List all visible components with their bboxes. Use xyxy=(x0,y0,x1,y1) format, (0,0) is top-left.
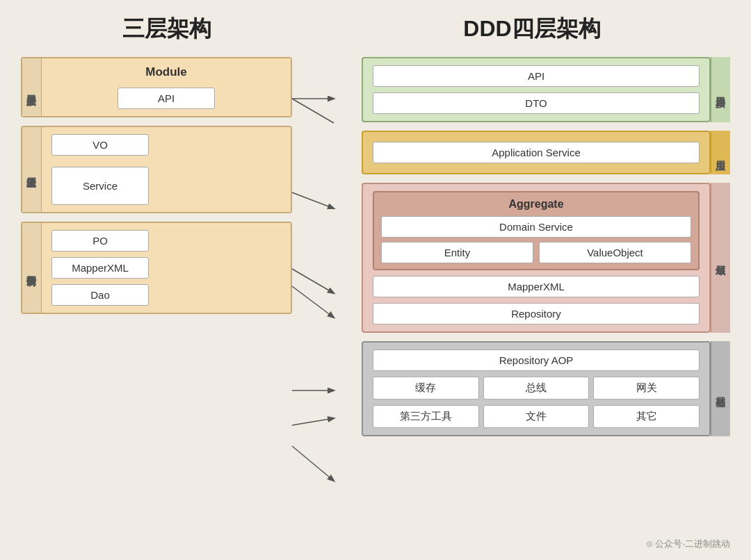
aggregate-box: Aggregate Domain Service Entity ValueObj… xyxy=(373,191,700,270)
right-title: DDD四层架构 xyxy=(463,16,600,41)
right-api-box: API xyxy=(373,65,700,87)
watermark: ⊙ 公众号·二进制跳动 xyxy=(646,538,730,550)
left-title: 三层架构 xyxy=(122,16,211,41)
right-dto-box: DTO xyxy=(373,92,700,114)
svg-line-4 xyxy=(292,286,334,318)
left-vo-box: VO xyxy=(51,134,149,156)
domain-service-box: Domain Service xyxy=(381,216,691,238)
connector-svg xyxy=(292,57,348,546)
valueobject-box: ValueObject xyxy=(539,242,691,263)
right-app-inner: Application Service xyxy=(362,131,711,174)
arrows-section xyxy=(292,57,348,546)
right-ui-label: 用户接口层 xyxy=(711,57,730,122)
svg-line-2 xyxy=(292,192,334,208)
left-data-inner: PO MapperXML Dao xyxy=(42,223,291,313)
right-infra-layer: Repository AOP 缓存 总线 网关 第三方工具 文件 其它 基础层 xyxy=(362,341,730,436)
module-title: Module xyxy=(145,65,187,79)
left-mapperxml-box: MapperXML xyxy=(51,257,149,279)
infra-row2: 第三方工具 文件 其它 xyxy=(373,405,700,428)
svg-line-3 xyxy=(292,269,334,293)
thirdparty-box: 第三方工具 xyxy=(373,405,479,428)
left-ui-label: 业务接口层 xyxy=(22,58,42,116)
main-container: 三层架构 DDD四层架构 业务接口层 Module API 业务逻辑层 VO xyxy=(0,0,751,560)
header-left: 三层架构 xyxy=(21,14,313,44)
right-infra-inner: Repository AOP 缓存 总线 网关 第三方工具 文件 其它 xyxy=(362,341,711,436)
watermark-icon: ⊙ xyxy=(646,538,653,549)
header-right: DDD四层架构 xyxy=(334,14,730,44)
left-section: 业务接口层 Module API 业务逻辑层 VO Service 数据访问层 … xyxy=(21,57,292,546)
aggregate-title: Aggregate xyxy=(381,198,691,211)
left-logic-inner: VO Service xyxy=(42,127,291,212)
cache-box: 缓存 xyxy=(373,377,479,400)
right-infra-label: 基础层 xyxy=(711,341,730,436)
right-app-label: 应用层 xyxy=(711,131,730,174)
left-logic-layer: 业务逻辑层 VO Service xyxy=(21,126,292,213)
svg-line-7 xyxy=(292,446,334,481)
right-app-service-box: Application Service xyxy=(373,142,700,163)
content-area: 业务接口层 Module API 业务逻辑层 VO Service 数据访问层 … xyxy=(21,57,730,546)
left-data-layer: 数据访问层 PO MapperXML Dao xyxy=(21,222,292,314)
svg-line-6 xyxy=(292,418,334,425)
svg-line-1 xyxy=(292,99,334,123)
other-box: 其它 xyxy=(593,405,700,428)
infra-row1: 缓存 总线 网关 xyxy=(373,377,700,400)
repository-box: Repository xyxy=(373,303,700,324)
gateway-box: 网关 xyxy=(593,377,700,400)
bus-box: 总线 xyxy=(483,377,590,400)
right-section: API DTO 用户接口层 Application Service 应用层 Ag… xyxy=(362,57,730,546)
file-box: 文件 xyxy=(483,405,590,428)
left-po-box: PO xyxy=(51,230,149,252)
right-domain-layer: Aggregate Domain Service Entity ValueObj… xyxy=(362,183,730,333)
left-api-box: API xyxy=(118,88,215,109)
repository-aop-box: Repository AOP xyxy=(373,349,700,371)
right-domain-inner: Aggregate Domain Service Entity ValueObj… xyxy=(362,183,711,333)
right-ui-layer: API DTO 用户接口层 xyxy=(362,57,730,122)
left-data-label: 数据访问层 xyxy=(22,223,42,313)
right-domain-label: 领域层 xyxy=(711,183,730,333)
right-ui-inner: API DTO xyxy=(362,57,711,122)
right-app-layer: Application Service 应用层 xyxy=(362,131,730,174)
left-dao-box: Dao xyxy=(51,284,149,306)
entity-valueobject-row: Entity ValueObject xyxy=(381,242,691,263)
header-row: 三层架构 DDD四层架构 xyxy=(21,14,730,44)
entity-box: Entity xyxy=(381,242,533,263)
watermark-text: 公众号·二进制跳动 xyxy=(655,538,730,549)
left-service-box: Service xyxy=(51,167,149,205)
left-logic-label: 业务逻辑层 xyxy=(22,127,42,212)
mapperxml-right-box: MapperXML xyxy=(373,276,700,297)
left-ui-inner: Module API xyxy=(42,58,291,116)
left-ui-layer: 业务接口层 Module API xyxy=(21,57,292,117)
